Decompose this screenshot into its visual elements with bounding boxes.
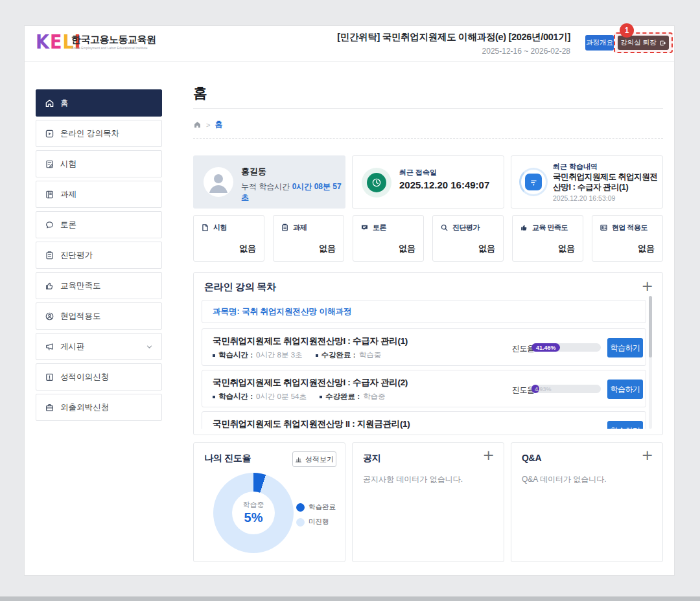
sidebar-item-diagnosis-label: 진단평가 <box>60 250 93 261</box>
learn-button[interactable]: 학습하기 <box>607 380 643 399</box>
lecture-list-card: 온라인 강의 목차 과목명: 국취 취업지원전산망 이해과정 국민취업지원제도 … <box>193 272 663 435</box>
bullet-icon <box>316 354 318 357</box>
course-overview-button[interactable]: 과정개요 <box>585 35 614 51</box>
plus-icon[interactable] <box>483 447 495 463</box>
subject-row[interactable]: 과목명: 국취 취업지원전산망 이해과정 <box>202 300 646 323</box>
bar-chart-icon <box>295 456 302 463</box>
sidebar-item-satisfaction[interactable]: 교육만족도 <box>36 272 162 299</box>
recent-access-label: 최근 접속일 <box>399 168 437 177</box>
learn-button[interactable]: 학습하기 <box>607 338 643 357</box>
sidebar-item-online-lectures[interactable]: 온라인 강의목차 <box>36 120 162 147</box>
org-subtitle: Korea Employment and Labor Educational I… <box>71 46 148 50</box>
stat-card-discussion: 토론 없음 <box>353 215 424 262</box>
legend-item-complete: 학습완료 <box>296 503 336 512</box>
status-value: 학습중 <box>359 350 382 360</box>
sidebar-item-online-lectures-label: 온라인 강의목차 <box>60 128 119 139</box>
donut-center-text: 학습중 5% <box>213 500 294 525</box>
my-progress-title: 나의 진도율 <box>204 453 251 464</box>
course-title: [민간위탁] 국민취업지원제도 이해과정(e) [2026년/001기] <box>337 31 570 43</box>
id-card-icon <box>600 223 608 232</box>
stat-card-exam: 시험 없음 <box>193 215 264 262</box>
breadcrumb-home-link[interactable]: 홈 <box>215 119 222 130</box>
bullet-icon <box>213 396 215 398</box>
progress-label: 진도율 <box>512 343 535 354</box>
lecture-row: 국민취업지원제도 취업지원전산망I : 수급자 관리(1) 학습시간 : 0시간… <box>202 328 646 366</box>
recent-learning-card: 최근 학습내역 국민취업지원제도 취업지원전산망I : 수급자 관리(1) 20… <box>511 155 663 209</box>
learn-button[interactable]: 학습하기 <box>607 421 643 429</box>
sidebar-item-discussion[interactable]: 토론 <box>36 211 162 238</box>
progress-fill: 41.46% <box>531 343 560 352</box>
stat-label: 시험 <box>213 223 227 232</box>
stat-card-satisfaction: 교육 만족도 없음 <box>512 215 583 262</box>
plus-icon[interactable] <box>642 278 653 294</box>
legend-dot-pending <box>296 518 305 527</box>
sidebar-item-assignment-label: 과제 <box>60 189 76 200</box>
sidebar-item-home[interactable]: 홈 <box>36 89 162 117</box>
recent-learning-label: 최근 학습내역 <box>553 162 598 172</box>
grade-view-label: 성적보기 <box>305 455 334 464</box>
sidebar-item-grade-objection-label: 성적이의신청 <box>60 372 109 383</box>
progress-fill: 4.93% <box>531 385 539 393</box>
title-divider <box>193 108 663 109</box>
sidebar-item-board[interactable]: 게시판 <box>36 333 162 360</box>
plus-icon[interactable] <box>642 447 653 463</box>
qna-empty-text: Q&A 데이터가 없습니다. <box>522 474 607 485</box>
megaphone-icon <box>45 342 54 352</box>
user-name: 홍길동 <box>241 166 266 177</box>
stat-card-assignment: 과제 없음 <box>273 215 344 262</box>
stat-value: 없음 <box>638 243 655 255</box>
avatar <box>204 167 233 197</box>
time-value: 0시간 0분 54초 <box>256 392 307 402</box>
legend-label: 미진행 <box>309 517 329 527</box>
lecture-list: 과목명: 국취 취업지원전산망 이해과정 국민취업지원제도 취업지원전산망I :… <box>202 296 646 429</box>
status-label: 수강완료 : <box>321 350 356 360</box>
user-circle-icon <box>45 312 54 321</box>
scrollbar-track[interactable] <box>649 296 652 429</box>
clock-icon <box>362 168 391 198</box>
exit-classroom-button[interactable]: 강의실 퇴장 <box>618 36 669 50</box>
recent-learning-title: 국민취업지원제도 취업지원전산망I : 수급자 관리(1) <box>553 172 658 192</box>
course-period: 2025-12-16 ~ 2026-02-28 <box>337 47 570 56</box>
bullet-icon <box>213 354 215 357</box>
grade-view-button[interactable]: 성적보기 <box>292 451 336 467</box>
header-divider <box>25 61 674 62</box>
sidebar-item-job-application[interactable]: 현업적용도 <box>36 302 162 330</box>
sidebar-item-grade-objection[interactable]: 성적이의신청 <box>36 363 162 391</box>
sidebar-item-diagnosis[interactable]: 진단평가 <box>36 242 162 269</box>
scrollbar-thumb[interactable] <box>649 296 652 357</box>
legend-label: 학습완료 <box>309 503 336 512</box>
page-title: 홈 <box>193 84 207 103</box>
stat-value: 없음 <box>558 243 575 255</box>
stat-value: 없음 <box>239 243 256 255</box>
legend-item-pending: 미진행 <box>296 517 336 527</box>
exam-file-icon <box>45 159 54 169</box>
monitor-icon <box>519 168 548 196</box>
stat-label: 토론 <box>373 223 386 232</box>
stat-card-diagnosis: 진단평가 없음 <box>432 215 504 262</box>
clipboard-icon <box>45 251 54 260</box>
lecture-section-title: 온라인 강의 목차 <box>204 281 276 293</box>
sidebar-item-assignment[interactable]: 과제 <box>36 181 162 208</box>
sidebar-item-leave-request[interactable]: 외출외박신청 <box>36 394 162 421</box>
thumbs-up-icon <box>520 223 528 232</box>
sidebar-item-home-label: 홈 <box>60 98 69 109</box>
progress-percent: 4.93% <box>535 386 552 392</box>
lecture-title: 국민취업지원제도 취업지원전산망I : 수급자 관리(1) <box>213 335 408 347</box>
breadcrumb-divider <box>193 138 663 139</box>
bottom-strip <box>0 596 700 601</box>
stat-label: 진단평가 <box>452 223 480 232</box>
progress-percent: 41.46% <box>536 345 556 351</box>
breadcrumb-home-icon[interactable] <box>193 120 202 129</box>
stat-label: 과제 <box>293 223 307 232</box>
lecture-meta: 학습시간 : 0시간 8분 3초 수강완료 : 학습중 <box>213 350 381 360</box>
study-time-line: 누적 학습시간 0시간 08분 57초 <box>241 181 345 203</box>
breadcrumb-separator: > <box>206 121 210 129</box>
lecture-row: 국민취업지원제도 취업지원전산망I : 수급자 관리(2) 학습시간 : 0시간… <box>202 370 646 407</box>
annotation-badge: 1 <box>620 23 634 38</box>
study-time-label: 누적 학습시간 <box>241 182 292 191</box>
breadcrumb: > 홈 <box>193 119 222 130</box>
sidebar-item-exam[interactable]: 시험 <box>36 150 162 177</box>
chat-bubble-icon <box>45 220 54 230</box>
bullet-icon <box>320 396 322 398</box>
stat-label: 교육 만족도 <box>532 223 568 232</box>
